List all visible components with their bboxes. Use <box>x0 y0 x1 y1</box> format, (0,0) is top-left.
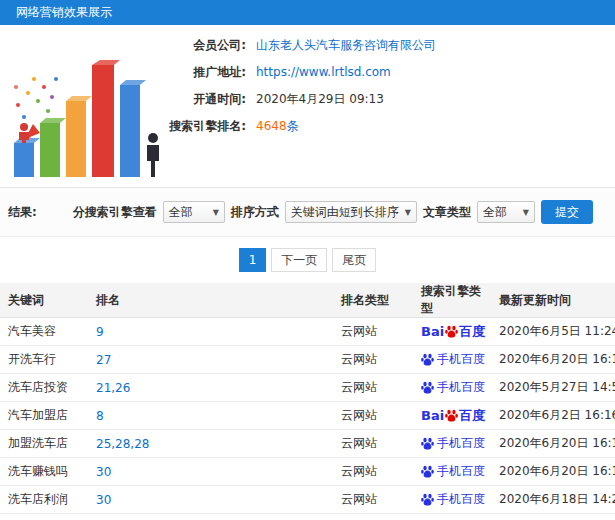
header-rank: 排名 <box>88 283 333 318</box>
header-rank-type: 排名类型 <box>333 283 413 318</box>
keyword-cell: 加盟洗车店 <box>0 430 88 458</box>
baidu-logo: Bai百度 <box>421 323 485 341</box>
member-info-panel: 会员公司: 山东老人头汽车服务咨询有限公司 推广地址: https://www.… <box>158 37 436 145</box>
engine-cell: 手机百度 <box>413 486 491 514</box>
chevron-down-icon: ▼ <box>405 208 411 217</box>
header-updated: 最新更新时间 <box>491 283 615 318</box>
filter-controls: 分搜索引擎查看 全部 ▼ 排序方式 关键词由短到长排序 ▼ 文章类型 全部 ▼ … <box>73 200 607 224</box>
result-section-label: 结果: <box>8 204 37 221</box>
open-time-label: 开通时间: <box>158 91 246 108</box>
rank-type-cell: 云网站 <box>333 346 413 374</box>
engine-cell: Bai百度 <box>413 514 491 520</box>
updated-time-cell: 2020年6月20日 16:11 <box>491 430 615 458</box>
mobile-baidu-paw-icon <box>421 493 434 506</box>
engine-cell: 手机百度 <box>413 346 491 374</box>
table-row: 洗车店加盟 3 云网站 Bai百度 2020年6月18日 14:30 <box>0 514 615 520</box>
keyword-cell: 洗车店加盟 <box>0 514 88 520</box>
engine-rank-row: 搜索引擎排名: 4648条 <box>158 118 436 134</box>
baidu-logo: Bai百度 <box>421 407 485 425</box>
mobile-baidu-logo: 手机百度 <box>421 463 485 480</box>
engine-cell: 手机百度 <box>413 430 491 458</box>
engine-cell: 手机百度 <box>413 458 491 486</box>
page-title-bar: 网络营销效果展示 <box>0 0 615 25</box>
filter-bar: 结果: 分搜索引擎查看 全部 ▼ 排序方式 关键词由短到长排序 ▼ 文章类型 全… <box>0 188 615 237</box>
company-row: 会员公司: 山东老人头汽车服务咨询有限公司 <box>158 37 436 53</box>
sort-value: 关键词由短到长排序 <box>291 204 399 221</box>
submit-button[interactable]: 提交 <box>541 200 593 224</box>
bar-chart-illustration <box>4 27 164 185</box>
mobile-baidu-logo: 手机百度 <box>421 491 485 508</box>
rank-type-cell: 云网站 <box>333 402 413 430</box>
mobile-baidu-logo: 手机百度 <box>421 351 485 368</box>
next-page-button[interactable]: 下一页 <box>271 248 327 272</box>
mobile-baidu-paw-icon <box>421 437 434 450</box>
pagination: 1 下一页 尾页 <box>0 237 615 283</box>
hero-section: 会员公司: 山东老人头汽车服务咨询有限公司 推广地址: https://www.… <box>0 25 615 188</box>
rank-count: 4648 <box>256 119 287 133</box>
last-page-button[interactable]: 尾页 <box>332 248 376 272</box>
rank-unit: 条 <box>287 119 299 133</box>
page-title: 网络营销效果展示 <box>16 5 112 19</box>
table-row: 洗车店利润 30 云网站 手机百度 2020年6月18日 14:27 <box>0 486 615 514</box>
baidu-paw-icon <box>445 409 458 422</box>
baidu-paw-icon <box>445 325 458 338</box>
keyword-cell: 汽车美容 <box>0 318 88 346</box>
red-person-figure <box>19 123 29 143</box>
updated-time-cell: 2020年6月5日 11:24 <box>491 318 615 346</box>
promo-url-link[interactable]: https://www.lrtlsd.com <box>256 65 391 79</box>
keyword-cell: 开洗车行 <box>0 346 88 374</box>
rank-link[interactable]: 30 <box>96 465 111 479</box>
updated-time-cell: 2020年5月27日 14:58 <box>491 374 615 402</box>
keyword-cell: 洗车赚钱吗 <box>0 458 88 486</box>
mobile-baidu-logo: 手机百度 <box>421 435 485 452</box>
chevron-down-icon: ▼ <box>213 208 219 217</box>
table-row: 洗车赚钱吗 30 云网站 手机百度 2020年6月20日 16:12 <box>0 458 615 486</box>
page-button-current[interactable]: 1 <box>239 248 267 272</box>
rank-type-cell: 云网站 <box>333 318 413 346</box>
company-link[interactable]: 山东老人头汽车服务咨询有限公司 <box>256 37 436 54</box>
rank-link[interactable]: 9 <box>96 325 104 339</box>
table-header-row: 关键词 排名 排名类型 搜索引擎类型 最新更新时间 <box>0 283 615 318</box>
sort-label: 排序方式 <box>231 204 279 221</box>
promo-url-label: 推广地址: <box>158 64 246 81</box>
engine-filter-value: 全部 <box>169 204 193 221</box>
engine-cell: 手机百度 <box>413 374 491 402</box>
updated-time-cell: 2020年6月2日 16:16 <box>491 402 615 430</box>
header-keyword: 关键词 <box>0 283 88 318</box>
article-type-select[interactable]: 全部 ▼ <box>477 201 535 223</box>
mobile-baidu-logo: 手机百度 <box>421 379 485 396</box>
engine-rank-value: 4648条 <box>256 118 299 135</box>
engine-filter-label: 分搜索引擎查看 <box>73 204 157 221</box>
table-row: 汽车加盟店 8 云网站 Bai百度 2020年6月2日 16:16 <box>0 402 615 430</box>
rank-type-cell: 云网站 <box>333 514 413 520</box>
sort-select[interactable]: 关键词由短到长排序 ▼ <box>285 201 417 223</box>
ranking-table: 关键词 排名 排名类型 搜索引擎类型 最新更新时间 汽车美容 9 云网站 Bai… <box>0 283 615 520</box>
updated-time-cell: 2020年6月20日 16:16 <box>491 346 615 374</box>
rank-link[interactable]: 21,26 <box>96 381 130 395</box>
mobile-baidu-paw-icon <box>421 465 434 478</box>
rank-type-cell: 云网站 <box>333 430 413 458</box>
rank-link[interactable]: 25,28,28 <box>96 437 149 451</box>
keyword-cell: 洗车店投资 <box>0 374 88 402</box>
open-time-value: 2020年4月29日 09:13 <box>256 91 384 108</box>
confetti-dots <box>14 77 58 119</box>
engine-cell: Bai百度 <box>413 318 491 346</box>
updated-time-cell: 2020年6月18日 14:27 <box>491 486 615 514</box>
table-row: 加盟洗车店 25,28,28 云网站 手机百度 2020年6月20日 16:11 <box>0 430 615 458</box>
engine-filter-select[interactable]: 全部 ▼ <box>163 201 225 223</box>
mobile-baidu-paw-icon <box>421 353 434 366</box>
open-time-row: 开通时间: 2020年4月29日 09:13 <box>158 91 436 107</box>
rank-link[interactable]: 30 <box>96 493 111 507</box>
article-type-label: 文章类型 <box>423 204 471 221</box>
engine-rank-label: 搜索引擎排名: <box>158 118 246 135</box>
bar-chart-graphic <box>4 27 164 185</box>
article-type-value: 全部 <box>483 204 507 221</box>
rank-type-cell: 云网站 <box>333 374 413 402</box>
rank-type-cell: 云网站 <box>333 486 413 514</box>
page: 网络营销效果展示 <box>0 0 615 520</box>
rank-link[interactable]: 8 <box>96 409 104 423</box>
rank-link[interactable]: 27 <box>96 353 111 367</box>
company-label: 会员公司: <box>158 37 246 54</box>
table-row: 汽车美容 9 云网站 Bai百度 2020年6月5日 11:24 <box>0 318 615 346</box>
header-engine-type: 搜索引擎类型 <box>413 283 491 318</box>
